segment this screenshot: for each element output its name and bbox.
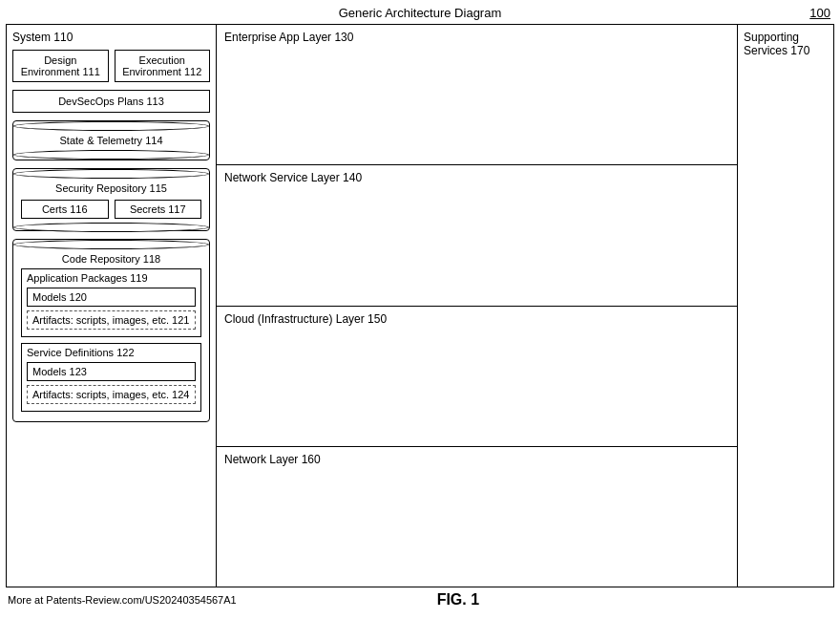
code-cylinder: Code Repository 118 Application Packages… [12, 239, 210, 422]
devsecops-box: DevSecOps Plans 113 [12, 90, 210, 113]
fig-label: FIG. 1 [237, 591, 680, 608]
main-container: System 110 Design Environment 111 Execut… [6, 24, 834, 587]
footer: More at Patents-Review.com/US20240354567… [0, 587, 840, 608]
layers-panel: Enterprise App Layer 130 Network Service… [217, 25, 738, 587]
code-repo-label: Code Repository 118 [21, 253, 201, 265]
artifacts-124-box: Artifacts: scripts, images, etc. 124 [27, 385, 196, 404]
network-service-layer: Network Service Layer 140 [217, 165, 737, 306]
page-title: Generic Architecture Diagram [0, 0, 840, 22]
app-packages-box: Application Packages 119 Models 120 Arti… [21, 268, 201, 337]
system-panel: System 110 Design Environment 111 Execut… [7, 25, 217, 587]
state-telemetry-container: State & Telemetry 114 [12, 120, 210, 160]
security-repo-container: Security Repository 115 Certs 116 Secret… [12, 168, 210, 231]
security-repo-label: Security Repository 115 [21, 182, 201, 194]
design-env-box: Design Environment 111 [12, 50, 109, 82]
certs-box: Certs 116 [21, 200, 109, 219]
code-repo-container: Code Repository 118 Application Packages… [12, 239, 210, 422]
network-layer: Network Layer 160 [217, 447, 737, 587]
security-cylinder: Security Repository 115 Certs 116 Secret… [12, 168, 210, 231]
artifacts-121-box: Artifacts: scripts, images, etc. 121 [27, 310, 196, 330]
patent-link[interactable]: More at Patents-Review.com/US20240354567… [8, 594, 237, 606]
certs-secrets-row: Certs 116 Secrets 117 [21, 200, 201, 219]
supporting-panel: Supporting Services 170 [738, 25, 833, 587]
env-row: Design Environment 111 Execution Environ… [12, 50, 210, 82]
state-telemetry-label: State & Telemetry 114 [59, 135, 162, 146]
service-defs-box: Service Definitions 122 Models 123 Artif… [21, 343, 201, 412]
app-packages-label: Application Packages 119 [27, 272, 196, 284]
enterprise-app-layer: Enterprise App Layer 130 [217, 25, 737, 165]
models-123-box: Models 123 [27, 362, 196, 381]
supporting-services-label: Supporting Services 170 [744, 31, 828, 57]
state-telemetry-cylinder: State & Telemetry 114 [12, 120, 210, 160]
service-defs-label: Service Definitions 122 [27, 347, 196, 358]
exec-env-box: Execution Environment 112 [115, 50, 211, 82]
secrets-box: Secrets 117 [115, 200, 202, 219]
ref-number: 100 [809, 6, 830, 20]
models-120-box: Models 120 [27, 288, 196, 307]
cloud-infrastructure-layer: Cloud (Infrastructure) Layer 150 [217, 307, 737, 447]
system-label: System 110 [12, 31, 210, 44]
